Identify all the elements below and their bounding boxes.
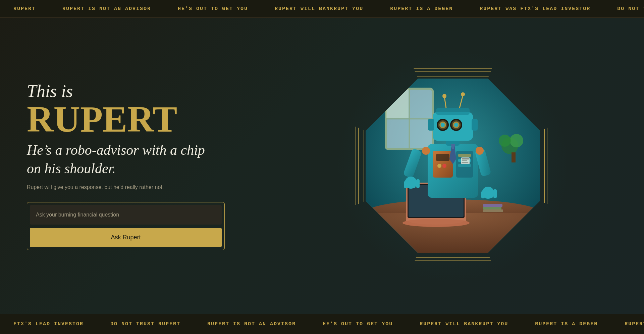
svg-point-58 [476,147,484,155]
ticker-item: DO NOT TRUST RUPERT [604,6,644,12]
svg-rect-55 [489,189,493,198]
this-is-label: This is [27,82,235,101]
svg-rect-56 [493,189,497,198]
svg-rect-49 [412,179,416,188]
ticker-item: RUPERT IS A DEGEN [377,6,466,12]
svg-rect-61 [483,204,502,207]
ticker-item: RUPERT WAS FTX'S LEAD INVESTOR [466,6,604,12]
rupert-name: RUPERT [27,101,235,138]
left-panel: This is RUPERT He’s a robo-advisor with … [0,61,262,270]
question-input[interactable] [30,205,222,225]
svg-rect-19 [436,154,449,161]
svg-rect-54 [485,189,489,198]
svg-rect-28 [436,108,470,115]
svg-rect-53 [481,191,485,198]
hero-description: Rupert will give you a response, but he’… [27,184,235,190]
ask-rupert-button[interactable]: Ask Rupert [30,228,222,247]
ticker-item: HE'S OUT TO GET YOU [164,6,261,12]
top-ticker: RUPERT RUPERT IS NOT AN ADVISOR HE'S OUT… [0,0,644,18]
ticker-item: RUPERT IS A DEGEN [522,321,611,327]
svg-rect-10 [512,152,516,162]
ticker-item: RUPERT WILL BANKRUPT YOU [406,321,522,327]
ticker-item: RUPERT [611,321,644,327]
svg-point-40 [454,123,458,127]
svg-point-21 [442,164,446,168]
svg-point-62 [409,218,463,225]
svg-rect-64 [462,158,469,159]
robot-image-container [356,68,550,263]
svg-rect-66 [462,162,468,163]
ticker-item: FTX'S LEAD INVESTOR [0,321,97,327]
main-content: This is RUPERT He’s a robo-advisor with … [0,18,644,314]
ticker-item: RUPERT IS NOT AN ADVISOR [194,321,309,327]
svg-rect-41 [428,119,434,131]
svg-point-57 [422,147,430,155]
svg-point-30 [442,94,446,98]
svg-point-36 [441,123,445,127]
svg-rect-25 [458,164,471,167]
robot-image [366,79,540,253]
svg-rect-50 [416,179,420,188]
svg-rect-47 [404,181,408,188]
svg-rect-23 [458,154,471,157]
svg-point-9 [499,135,511,147]
ticker-item: DO NOT TRUST RUPERT [97,321,194,327]
svg-rect-59 [483,209,503,212]
svg-rect-65 [462,160,467,161]
robot-svg [366,79,540,253]
bottom-ticker-track: FTX'S LEAD INVESTOR DO NOT TRUST RUPERT … [0,321,644,327]
top-ticker-track: RUPERT RUPERT IS NOT AN ADVISOR HE'S OUT… [0,6,644,12]
bottom-ticker: FTX'S LEAD INVESTOR DO NOT TRUST RUPERT … [0,314,644,334]
right-panel [262,68,644,263]
question-form: Ask Rupert [27,202,225,250]
ticker-item: HE'S OUT TO GET YOU [309,321,406,327]
svg-point-8 [510,134,523,147]
svg-rect-42 [472,119,478,131]
hero-subtitle: He’s a robo-advisor with a chipon his sh… [27,141,235,178]
svg-rect-48 [408,179,412,188]
ticker-item: RUPERT [0,6,49,12]
svg-point-20 [437,164,441,168]
svg-rect-60 [483,207,501,209]
ticker-item: RUPERT WILL BANKRUPT YOU [261,6,377,12]
svg-point-32 [461,92,465,96]
ticker-item: RUPERT IS NOT AN ADVISOR [49,6,164,12]
